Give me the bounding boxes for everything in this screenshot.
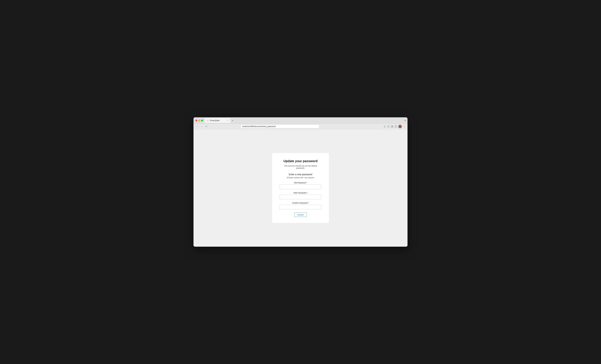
forward-button[interactable]: → (200, 125, 204, 128)
tab-title: SonarQube (210, 119, 220, 122)
old-password-label: Old Password * (280, 182, 321, 184)
card-title: Update your password (280, 159, 321, 163)
svg-rect-1 (391, 126, 392, 126)
traffic-lights (195, 119, 203, 121)
section-title: Enter a new password (280, 173, 321, 176)
address-input[interactable]: localhost:9000/account/reset_password (240, 125, 320, 128)
tab-close-icon[interactable]: ✕ (227, 119, 228, 121)
minimize-button[interactable] (198, 119, 200, 121)
bookmark-icon[interactable] (387, 125, 390, 128)
required-note-prefix: All fields marked with (287, 177, 303, 178)
confirm-password-group: Confirm Password * (280, 202, 321, 209)
confirm-password-input[interactable] (280, 205, 321, 209)
sidebar-icon[interactable] (395, 125, 397, 128)
menu-icon[interactable]: ⋮ (403, 125, 406, 128)
maximize-button[interactable] (201, 119, 203, 121)
update-button[interactable]: Update (294, 213, 307, 217)
address-bar: ← → ↻ localhost:9000/account/reset_passw… (193, 124, 408, 129)
confirm-password-required-star: * (308, 202, 309, 204)
new-tab-button[interactable]: + (231, 119, 234, 122)
close-button[interactable] (195, 119, 197, 121)
active-tab[interactable]: SonarQube ✕ (205, 118, 230, 123)
page-content: Update your password This account should… (193, 129, 408, 247)
required-note: All fields marked with * are required (280, 177, 321, 178)
new-password-required-star: * (307, 192, 307, 194)
tab-bar: SonarQube ✕ + (205, 118, 404, 123)
share-icon[interactable] (383, 125, 386, 128)
browser-window: SonarQube ✕ + ▾ ← → ↻ localhost:9000/acc… (193, 117, 408, 247)
svg-rect-2 (392, 126, 393, 126)
svg-rect-5 (395, 126, 397, 128)
extensions-icon[interactable] (391, 125, 394, 128)
old-password-group: Old Password * (280, 182, 321, 189)
avatar[interactable] (398, 125, 402, 128)
url-text: localhost:9000/account/reset_password (242, 125, 276, 128)
tab-favicon (207, 119, 209, 122)
title-bar: SonarQube ✕ + ▾ (193, 117, 408, 124)
card-subtitle: This account should not use the default … (280, 165, 321, 169)
back-button[interactable]: ← (195, 125, 199, 128)
confirm-password-label: Confirm Password * (280, 202, 321, 204)
svg-rect-4 (392, 127, 393, 128)
required-note-suffix: are required (304, 177, 314, 178)
new-password-label: New Password * (280, 192, 321, 194)
new-password-input[interactable] (280, 195, 321, 199)
old-password-input[interactable] (280, 185, 321, 189)
old-password-required-star: * (306, 182, 307, 184)
reload-button[interactable]: ↻ (205, 125, 208, 128)
password-update-card: Update your password This account should… (272, 153, 329, 223)
toolbar-icons: ⋮ (383, 125, 406, 128)
svg-rect-3 (391, 127, 392, 128)
new-password-group: New Password * (280, 192, 321, 199)
tab-list-button[interactable]: ▾ (404, 119, 406, 122)
